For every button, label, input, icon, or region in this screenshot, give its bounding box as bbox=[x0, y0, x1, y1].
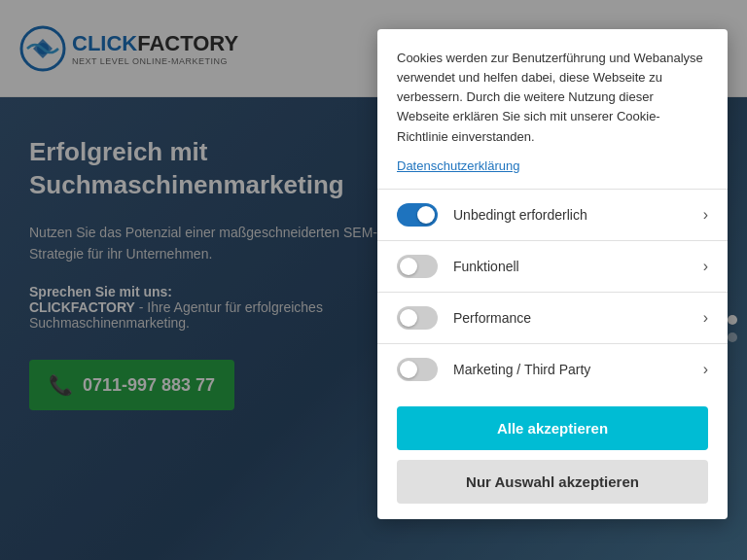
arrow-marketing-icon: › bbox=[703, 361, 708, 378]
toggle-performance-label: Performance bbox=[453, 310, 694, 326]
toggle-required-knob bbox=[417, 206, 435, 224]
modal-body: Cookies werden zur Benutzerführung und W… bbox=[377, 29, 728, 189]
arrow-performance-icon: › bbox=[703, 309, 708, 327]
toggle-performance[interactable] bbox=[397, 306, 438, 330]
toggle-required[interactable] bbox=[397, 203, 438, 227]
arrow-functional-icon: › bbox=[703, 258, 708, 275]
toggle-functional-label: Funktionell bbox=[453, 259, 694, 274]
modal-buttons: Alle akzeptieren Nur Auswahl akzeptieren bbox=[377, 395, 728, 519]
cookie-modal: Cookies werden zur Benutzerführung und W… bbox=[377, 29, 728, 519]
toggle-marketing-knob bbox=[400, 361, 417, 378]
toggle-marketing[interactable] bbox=[397, 358, 438, 381]
cookie-description: Cookies werden zur Benutzerführung und W… bbox=[397, 49, 708, 147]
toggle-functional-knob bbox=[400, 258, 417, 275]
toggle-performance-row[interactable]: Performance › bbox=[377, 292, 728, 343]
arrow-required-icon: › bbox=[703, 206, 708, 224]
accept-all-button[interactable]: Alle akzeptieren bbox=[397, 406, 708, 450]
toggle-marketing-label: Marketing / Third Party bbox=[453, 362, 694, 377]
toggle-performance-knob bbox=[400, 309, 417, 327]
toggle-required-row[interactable]: Unbedingt erforderlich › bbox=[377, 189, 728, 240]
accept-selection-button[interactable]: Nur Auswahl akzeptieren bbox=[397, 460, 708, 504]
toggle-marketing-row[interactable]: Marketing / Third Party › bbox=[377, 343, 728, 395]
toggle-functional-row[interactable]: Funktionell › bbox=[377, 240, 728, 292]
toggle-required-label: Unbedingt erforderlich bbox=[453, 207, 694, 223]
privacy-policy-link[interactable]: Datenschutzerklärung bbox=[397, 158, 519, 173]
toggle-functional[interactable] bbox=[397, 255, 438, 278]
